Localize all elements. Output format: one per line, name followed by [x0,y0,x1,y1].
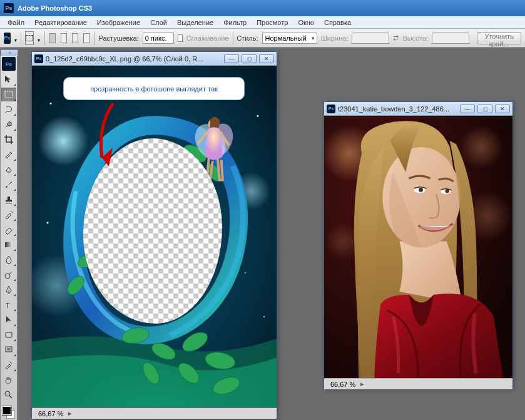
blur-tool[interactable] [1,253,16,267]
psd-file-icon: Ps [34,54,43,63]
app-logo-icon: Ps [4,3,14,13]
doc2-min-button[interactable]: — [460,105,475,113]
slice-tool[interactable] [1,148,16,161]
svg-point-6 [5,391,10,396]
doc1-statusbar: 66,67 % ▸ [32,407,277,419]
lasso-tool[interactable] [1,103,16,116]
menu-layer[interactable]: Слой [145,18,172,28]
refine-edge-button[interactable]: Уточнить край... [477,32,521,44]
type-tool[interactable]: T [1,298,16,312]
svg-rect-1 [5,242,13,247]
doc2-close-button[interactable]: ✕ [495,105,510,113]
height-label: Высота: [402,34,428,42]
app-titlebar: Ps Adobe Photoshop CS3 [0,0,525,16]
wand-tool[interactable] [1,118,16,131]
brush-tool[interactable] [1,178,16,192]
ps-small-icon[interactable]: Ps [4,33,11,44]
menu-file[interactable]: Файл [3,18,29,28]
doc1-min-button[interactable]: — [224,54,239,63]
svg-rect-4 [6,332,12,337]
doc2-titlebar[interactable]: Ps t23041_katie_bowden_3_122_486... — ◻ … [324,102,512,116]
menu-filter[interactable]: Фильтр [218,18,252,28]
svg-point-16 [257,115,258,117]
select-add-icon[interactable] [61,33,67,43]
menu-edit[interactable]: Редактирование [29,18,92,28]
hand-tool[interactable] [1,373,16,387]
svg-point-14 [50,103,52,105]
foreground-color[interactable] [3,406,11,415]
svg-point-18 [47,222,49,223]
feather-label: Растушевка: [98,34,138,42]
stamp-tool[interactable] [1,193,16,207]
menu-image[interactable]: Изображение [92,18,145,28]
transparency-area [83,138,222,324]
doc1-info-arrow-icon[interactable]: ▸ [67,409,73,417]
select-new-icon[interactable] [49,33,55,43]
marquee-tool[interactable] [1,88,16,101]
doc1-max-button[interactable]: ◻ [242,54,257,63]
toolbox-logo-icon[interactable]: Ps [2,57,16,71]
menu-view[interactable]: Просмотр [252,18,293,28]
svg-point-46 [445,189,449,193]
svg-point-11 [38,116,88,166]
menu-bar: Файл Редактирование Изображение Слой Выд… [0,16,525,29]
doc2-statusbar: 66,67 % ▸ [324,378,512,389]
toolbox: Ps T [0,55,18,420]
heal-tool[interactable] [1,163,16,177]
menu-help[interactable]: Справка [319,18,356,28]
width-input[interactable] [352,33,389,44]
move-tool[interactable] [1,73,16,86]
antialias-checkbox[interactable] [178,34,183,42]
select-subtract-icon[interactable] [72,33,78,43]
height-input[interactable] [432,33,469,44]
document-window-1: Ps 0_125d2_c69bbc9c_XL.png @ 66,7% (Слой… [31,51,277,418]
history-brush-tool[interactable] [1,208,16,222]
psd-file-icon: Ps [327,105,335,113]
svg-point-2 [5,274,10,279]
dodge-tool[interactable] [1,268,16,282]
style-label: Стиль: [237,34,258,42]
doc1-canvas[interactable]: прозрачность в фотошопе выглядит так [32,66,277,407]
path-select-tool[interactable] [1,313,16,327]
crop-tool[interactable] [1,133,16,146]
svg-point-17 [245,272,246,274]
doc2-info-arrow-icon[interactable]: ▸ [359,380,365,388]
width-label: Ширина: [321,34,349,42]
workspace: Ps T Ps 0_125d2_c69bbc9c_XL.pn [0,48,525,420]
doc2-zoom[interactable]: 66,67 % [327,381,359,388]
eraser-tool[interactable] [1,223,16,237]
feather-input[interactable] [143,33,174,44]
doc2-title: t23041_katie_bowden_3_122_486... [338,105,460,113]
color-swatches[interactable] [1,405,16,420]
gradient-tool[interactable] [1,238,16,252]
shape-tool[interactable] [1,328,16,342]
menu-select[interactable]: Выделение [172,18,218,28]
zoom-tool[interactable] [1,388,16,402]
svg-rect-0 [5,91,13,98]
doc1-close-button[interactable]: ✕ [259,54,274,63]
svg-point-44 [419,188,423,192]
swap-wh-icon[interactable] [393,34,399,43]
notes-tool[interactable] [1,343,16,357]
svg-rect-5 [6,347,12,352]
select-intersect-icon[interactable] [83,33,89,43]
doc1-zoom[interactable]: 66,67 % [34,410,67,417]
tool-preset-dd-icon[interactable] [38,36,41,41]
doc1-titlebar[interactable]: Ps 0_125d2_c69bbc9c_XL.png @ 66,7% (Слой… [32,52,277,66]
doc1-title: 0_125d2_c69bbc9c_XL.png @ 66,7% (Слой 0,… [46,55,224,63]
annotation-callout: прозрачность в фотошопе выглядит так [63,77,245,100]
style-select[interactable]: Нормальный [262,33,317,44]
toolbox-tab[interactable] [1,49,18,56]
eyedrop-tool[interactable] [1,358,16,372]
tool-preset-button[interactable] [25,31,34,45]
menu-window[interactable]: Окно [293,18,319,28]
svg-point-39 [459,125,503,169]
app-title: Adobe Photoshop CS3 [18,4,92,12]
options-bar: Ps Растушевка: Сглаживание Стиль: Нормал… [0,29,525,48]
svg-text:T: T [6,302,10,309]
pen-tool[interactable] [1,283,16,297]
doc2-max-button[interactable]: ◻ [477,105,492,113]
doc2-canvas[interactable] [324,116,512,378]
antialias-label: Сглаживание [186,34,229,42]
workspace-dd-icon[interactable] [14,36,18,41]
